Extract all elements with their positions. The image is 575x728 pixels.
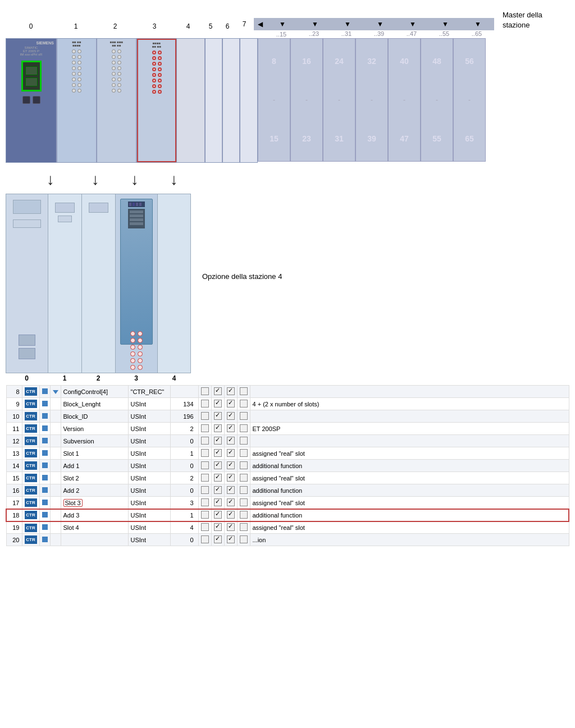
row-cb1[interactable] <box>198 497 211 509</box>
row-cb3[interactable]: ✓ <box>224 435 237 447</box>
checkbox-checked[interactable]: ✓ <box>227 412 235 420</box>
row-cb4[interactable] <box>237 423 250 435</box>
row-cb3[interactable]: ✓ <box>224 386 237 398</box>
row-cb4[interactable] <box>237 447 250 460</box>
checkbox-unchecked[interactable] <box>201 486 209 494</box>
checkbox-checked[interactable]: ✓ <box>214 486 222 494</box>
checkbox-unchecked[interactable] <box>240 535 248 543</box>
col-arrow-055[interactable]: ▼ <box>429 18 462 30</box>
checkbox-unchecked[interactable] <box>201 387 209 395</box>
checkbox-checked[interactable]: ✓ <box>227 535 235 543</box>
checkbox-unchecked[interactable] <box>201 535 209 543</box>
checkbox-unchecked[interactable] <box>201 498 209 506</box>
checkbox-unchecked[interactable] <box>240 498 248 506</box>
row-cb3[interactable]: ✓ <box>224 534 237 546</box>
row-cb1[interactable] <box>198 509 211 521</box>
row-cb4[interactable] <box>237 386 250 398</box>
checkbox-unchecked[interactable] <box>201 412 209 420</box>
checkbox-checked[interactable]: ✓ <box>214 498 222 506</box>
row-cb2[interactable]: ✓ <box>211 509 224 521</box>
checkbox-checked[interactable]: ✓ <box>227 486 235 494</box>
row-cb2[interactable]: ✓ <box>211 521 224 534</box>
checkbox-unchecked[interactable] <box>240 424 248 432</box>
checkbox-unchecked[interactable] <box>201 511 209 519</box>
row-cb2[interactable]: ✓ <box>211 534 224 546</box>
checkbox-unchecked[interactable] <box>240 400 248 408</box>
checkbox-unchecked[interactable] <box>201 449 209 457</box>
row-cb1[interactable] <box>198 386 211 398</box>
row-cb3[interactable]: ✓ <box>224 472 237 484</box>
checkbox-checked[interactable]: ✓ <box>227 424 235 432</box>
row-cb2[interactable]: ✓ <box>211 484 224 497</box>
checkbox-unchecked[interactable] <box>201 523 209 531</box>
checkbox-checked[interactable]: ✓ <box>227 400 235 408</box>
row-cb3[interactable]: ✓ <box>224 423 237 435</box>
checkbox-checked[interactable]: ✓ <box>227 387 235 395</box>
row-cb2[interactable]: ✓ <box>211 447 224 460</box>
row-cb2[interactable]: ✓ <box>211 472 224 484</box>
checkbox-unchecked[interactable] <box>201 400 209 408</box>
checkbox-checked[interactable]: ✓ <box>214 449 222 457</box>
row-cb1[interactable] <box>198 423 211 435</box>
checkbox-unchecked[interactable] <box>240 461 248 469</box>
col-arrow-039[interactable]: ▼ <box>364 18 396 30</box>
checkbox-unchecked[interactable] <box>240 449 248 457</box>
row-cb4[interactable] <box>237 521 250 534</box>
row-cb4[interactable] <box>237 460 250 472</box>
row-cb2[interactable]: ✓ <box>211 398 224 410</box>
row-cb1[interactable] <box>198 398 211 410</box>
checkbox-unchecked[interactable] <box>240 511 248 519</box>
row-cb4[interactable] <box>237 484 250 497</box>
row-cb2[interactable]: ✓ <box>211 460 224 472</box>
checkbox-unchecked[interactable] <box>240 412 248 420</box>
col-arrow-015[interactable]: ▼ <box>266 18 299 30</box>
checkbox-unchecked[interactable] <box>201 437 209 445</box>
row-cb2[interactable]: ✓ <box>211 497 224 509</box>
row-cb1[interactable] <box>198 447 211 460</box>
row-cb3[interactable]: ✓ <box>224 447 237 460</box>
checkbox-unchecked[interactable] <box>240 523 248 531</box>
row-cb4[interactable] <box>237 497 250 509</box>
checkbox-checked[interactable]: ✓ <box>214 523 222 531</box>
checkbox-checked[interactable]: ✓ <box>214 474 222 482</box>
checkbox-checked[interactable]: ✓ <box>214 511 222 519</box>
scroll-left-button[interactable]: ◀ <box>254 18 266 30</box>
checkbox-checked[interactable]: ✓ <box>227 437 235 445</box>
checkbox-checked[interactable]: ✓ <box>214 400 222 408</box>
row-cb1[interactable] <box>198 472 211 484</box>
checkbox-checked[interactable]: ✓ <box>214 461 222 469</box>
checkbox-unchecked[interactable] <box>240 474 248 482</box>
checkbox-checked[interactable]: ✓ <box>227 523 235 531</box>
checkbox-unchecked[interactable] <box>201 461 209 469</box>
row-cb3[interactable]: ✓ <box>224 410 237 423</box>
checkbox-unchecked[interactable] <box>201 474 209 482</box>
row-cb2[interactable]: ✓ <box>211 423 224 435</box>
checkbox-unchecked[interactable] <box>240 387 248 395</box>
checkbox-checked[interactable]: ✓ <box>214 424 222 432</box>
checkbox-unchecked[interactable] <box>240 437 248 445</box>
checkbox-checked[interactable]: ✓ <box>227 461 235 469</box>
row-cb3[interactable]: ✓ <box>224 484 237 497</box>
row-cb4[interactable] <box>237 435 250 447</box>
checkbox-checked[interactable]: ✓ <box>214 535 222 543</box>
row-cb2[interactable]: ✓ <box>211 410 224 423</box>
row-cb3[interactable]: ✓ <box>224 497 237 509</box>
row-cb1[interactable] <box>198 534 211 546</box>
row-cb4[interactable] <box>237 410 250 423</box>
col-arrow-031[interactable]: ▼ <box>331 18 364 30</box>
row-cb3[interactable]: ✓ <box>224 509 237 521</box>
row-cb4[interactable] <box>237 509 250 521</box>
checkbox-checked[interactable]: ✓ <box>227 498 235 506</box>
row-cb4[interactable] <box>237 472 250 484</box>
row-cb2[interactable]: ✓ <box>211 386 224 398</box>
col-arrow-047[interactable]: ▼ <box>396 18 429 30</box>
row-cb3[interactable]: ✓ <box>224 460 237 472</box>
row-cb2[interactable]: ✓ <box>211 435 224 447</box>
col-arrow-023[interactable]: ▼ <box>299 18 331 30</box>
checkbox-unchecked[interactable] <box>240 486 248 494</box>
row-cb1[interactable] <box>198 521 211 534</box>
row-cb1[interactable] <box>198 410 211 423</box>
checkbox-checked[interactable]: ✓ <box>227 474 235 482</box>
checkbox-checked[interactable]: ✓ <box>214 437 222 445</box>
checkbox-checked[interactable]: ✓ <box>227 449 235 457</box>
